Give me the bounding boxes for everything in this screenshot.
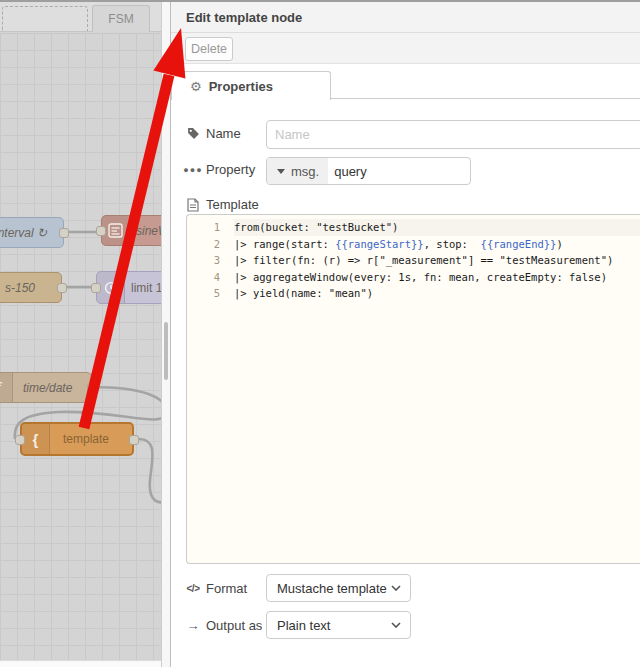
typedinput-type-button[interactable]: msg. <box>267 158 328 184</box>
code-icon: </> <box>186 583 200 594</box>
property-label: ●●● Property <box>186 162 266 177</box>
name-label-text: Name <box>206 126 241 141</box>
canvas-scrollbar-thumb[interactable] <box>164 322 168 380</box>
template-brace-icon: { <box>22 424 50 454</box>
node-port[interactable] <box>91 283 101 293</box>
node-limit[interactable]: limit 1 ms <box>96 271 161 304</box>
chevron-down-icon <box>391 622 401 628</box>
chevron-down-icon <box>277 169 285 174</box>
node-interval[interactable]: interval ↻ <box>0 217 64 248</box>
wire <box>139 439 161 502</box>
window-top-border <box>0 0 640 2</box>
output-as-label: → Output as <box>186 618 266 633</box>
gear-icon: ⚙ <box>190 80 202 93</box>
format-select-value: Mustache template <box>277 581 387 596</box>
dialog-form: Name ●●● Property msg. query Templa <box>171 99 640 667</box>
waveform-icon <box>102 216 130 245</box>
tag-icon <box>186 127 200 140</box>
template-label: Template <box>186 197 266 212</box>
typedinput-type-label: msg. <box>291 164 319 179</box>
name-input[interactable] <box>266 120 640 149</box>
node-port[interactable] <box>59 228 69 238</box>
node-label: s-150 <box>5 281 35 295</box>
node-port[interactable] <box>96 226 106 236</box>
ellipsis-icon: ●●● <box>186 165 200 175</box>
name-label: Name <box>186 126 266 141</box>
edit-node-dialog: Edit template node Delete ⚙ Properties N… <box>170 2 640 667</box>
format-select[interactable]: Mustache template <box>266 574 411 602</box>
delete-button[interactable]: Delete <box>185 37 233 61</box>
template-label-text: Template <box>206 197 259 212</box>
tab-properties-label: Properties <box>209 79 273 94</box>
editor-code[interactable]: from(bucket: "testBucket")|> range(start… <box>234 219 640 563</box>
flow-canvas[interactable]: FSM interval ↻ sineW <box>0 2 161 667</box>
node-port[interactable] <box>57 283 67 293</box>
output-as-select[interactable]: Plain text <box>266 611 411 639</box>
node-sinewave[interactable]: sineW <box>101 215 161 246</box>
dialog-tabbar: ⚙ Properties <box>171 64 640 99</box>
template-code-editor[interactable]: 12345 from(bucket: "testBucket")|> range… <box>186 214 640 564</box>
format-label: </> Format <box>186 581 266 596</box>
dialog-title: Edit template node <box>186 10 302 25</box>
canvas-bottom-strip <box>0 660 161 667</box>
editor-gutter: 12345 <box>187 219 234 563</box>
dialog-header: Edit template node <box>171 2 640 33</box>
property-typedinput[interactable]: msg. query <box>266 157 471 185</box>
node-port[interactable] <box>129 435 139 445</box>
flow-wires <box>0 33 161 662</box>
property-value-input[interactable]: query <box>328 158 367 184</box>
file-code-icon <box>186 198 200 212</box>
flow-tabbar: FSM <box>0 2 161 32</box>
output-as-select-value: Plain text <box>277 618 330 633</box>
flow-tab-fsm[interactable]: FSM <box>92 5 150 32</box>
node-port[interactable] <box>87 383 97 393</box>
dialog-toolbar: Delete <box>171 33 640 64</box>
node-port[interactable] <box>15 435 25 445</box>
node-s150[interactable]: s-150 <box>0 272 62 303</box>
node-label: interval ↻ <box>0 226 47 240</box>
node-label: time/date <box>13 381 72 395</box>
format-label-text: Format <box>206 581 247 596</box>
node-red-window: FSM interval ↻ sineW <box>0 0 640 667</box>
canvas-scrollbar[interactable] <box>161 2 170 667</box>
property-label-text: Property <box>206 162 255 177</box>
arrow-right-icon: → <box>186 618 200 633</box>
node-label: sineW <box>130 224 161 238</box>
flow-tab-partial[interactable] <box>2 6 88 31</box>
output-as-label-text: Output as <box>206 618 262 633</box>
flow-grid[interactable]: interval ↻ sineW s-150 <box>0 33 161 662</box>
node-label: limit 1 ms <box>125 281 161 295</box>
node-template[interactable]: { template <box>20 422 134 456</box>
clock-icon <box>97 272 125 303</box>
node-timedate[interactable]: f time/date <box>0 372 92 403</box>
node-label: template <box>50 432 109 446</box>
flow-tab-label: FSM <box>108 12 133 26</box>
tab-properties[interactable]: ⚙ Properties <box>171 71 331 100</box>
function-icon: f <box>0 373 13 402</box>
chevron-down-icon <box>391 585 401 591</box>
